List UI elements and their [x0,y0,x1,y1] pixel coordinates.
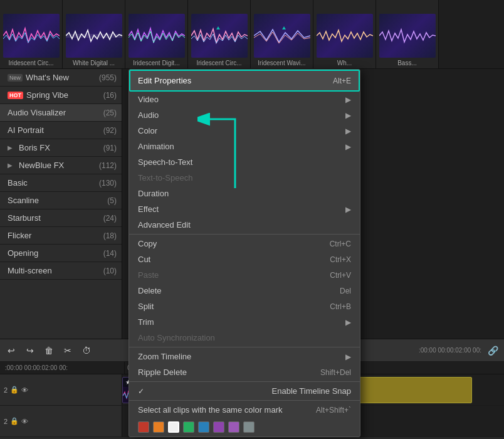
sidebar-item-count: (955) [99,73,117,82]
ctx-select-color-mark-item[interactable]: Select all clips with the same color mar… [129,402,360,418]
color-picker-row [129,418,360,436]
thumbnail-item[interactable]: Iridescent Circ... [0,0,63,69]
color-dot-red[interactable] [138,421,149,433]
ctx-item-label: Delete [138,286,162,295]
expand-arrow-icon: ▶ [8,144,16,151]
ctx-item-label: Speech-to-Text [138,157,192,167]
thumbnail-label: Iridescent Wavi... [254,60,310,66]
svg-marker-2 [282,26,286,29]
thumbnail-label: Iridescent Circ... [191,60,248,66]
sidebar-item-count: (112) [99,161,117,170]
sidebar-item-label: Scanline [8,196,107,205]
submenu-arrow-icon: ▶ [345,127,351,135]
ctx-item-label: Color [138,126,157,135]
sidebar-item-spring-vibe[interactable]: HOT Spring Vibe (16) [0,87,122,104]
sidebar-item-count: (5) [107,196,117,205]
submenu-arrow-icon: ▶ [345,111,351,120]
sidebar-item-ai-portrait[interactable]: AI Portrait (92) [0,122,122,139]
thumbnail-item[interactable]: Iridescent Wavi... [251,0,313,69]
thumbnail-item[interactable]: Bass... [376,0,439,69]
thumb-visual [66,14,122,58]
ctx-timeline-snap-item[interactable]: ✓ Enable Timeline Snap [129,383,360,399]
delete-button[interactable]: 🗑 [41,343,56,358]
thumbnail-item[interactable]: White Digital ... [63,0,125,69]
ctx-item-label: Copy [138,239,157,248]
ruler-timecode: :00:00 00:00:02:00 00: [5,364,68,371]
context-menu-separator [129,347,360,347]
sidebar-item-label: AI Portrait [8,125,103,135]
lock-icon[interactable]: 🔒 [10,386,19,394]
teal-arrow [197,82,273,194]
thumbnail-item[interactable]: Iridescent Digit... [125,0,188,69]
redo-button[interactable]: ↪ [23,343,38,358]
ctx-split-item[interactable]: Split Ctrl+B [129,299,360,314]
thumb-visual [129,14,185,58]
submenu-arrow-icon: ▶ [345,205,351,214]
thumbnail-item[interactable]: Iridescent Circ... [188,0,251,69]
thumbnail-label: Iridescent Digit... [129,60,185,66]
ctx-effect-item[interactable]: Effect ▶ [129,201,360,217]
sidebar-item-whats-new[interactable]: New What's New (955) [0,69,122,87]
ctx-ripple-delete-item[interactable]: Ripple Delete Shift+Del [129,364,360,380]
ctx-item-shortcut: Alt+Shift+` [316,406,351,415]
checkmark-icon: ✓ [138,387,144,396]
expand-arrow-icon: ▶ [8,162,16,169]
sidebar-item-multiscreen[interactable]: Multi-screen (10) [0,262,122,280]
ctx-cut-item[interactable]: Cut Ctrl+X [129,251,360,267]
sidebar-item-opening[interactable]: Opening (14) [0,245,122,262]
sidebar-item-label: Spring Vibe [26,90,103,100]
undo-button[interactable]: ↩ [4,343,19,358]
submenu-arrow-icon: ▶ [345,95,351,104]
sidebar-item-starburst[interactable]: Starburst (24) [0,209,122,227]
sidebar-item-flicker[interactable]: Flicker (18) [0,227,122,245]
thumb-visual [317,14,373,58]
ctx-item-label: Audio [138,110,159,120]
ctx-item-label: Video [138,95,159,104]
sidebar-item-count: (10) [103,267,117,275]
color-dot-gray[interactable] [243,421,255,433]
sidebar-item-newblue-fx[interactable]: ▶ NewBlue FX (112) [0,157,122,174]
edit-properties-shortcut: Alt+E [333,77,351,85]
ctx-zoom-timeline-item[interactable]: Zoom Timeline ▶ [129,349,360,364]
color-dot-green[interactable] [183,421,194,433]
cut-button[interactable]: ✂ [60,343,75,358]
sidebar-item-count: (25) [103,108,117,117]
ctx-trim-item[interactable]: Trim ▶ [129,314,360,330]
color-dot-orange[interactable] [153,421,164,433]
ctx-advanced-edit-item[interactable]: Advanced Edit [129,217,360,233]
eye-icon[interactable]: 👁 [21,418,28,425]
sidebar-item-label: Starburst [8,213,103,223]
color-dot-white[interactable] [168,421,179,433]
track-number: 2 [4,418,8,425]
sidebar-item-label: Flicker [8,231,103,240]
color-dot-purple2[interactable] [228,421,239,433]
eye-icon[interactable]: 👁 [21,386,28,394]
thumb-visual [254,14,310,58]
thumbnail-label: Wh... [317,60,373,66]
sidebar-item-count: (91) [103,144,117,152]
ctx-auto-sync-item: Auto Synchronization [129,330,360,346]
submenu-arrow-icon: ▶ [345,352,351,361]
color-dot-blue[interactable] [198,421,209,433]
thumb-visual [191,14,248,58]
sidebar-item-boris-fx[interactable]: ▶ Boris FX (91) [0,139,122,157]
ctx-item-shortcut: Del [340,287,351,295]
ruler-left: :00:00 00:00:02:00 00: [3,362,125,374]
link-button[interactable]: 🔗 [485,343,500,358]
timer-button[interactable]: ⏱ [79,343,94,358]
track-icons: 🔒 👁 [10,386,28,394]
sidebar-item-count: (92) [103,126,117,135]
ctx-item-shortcut: Ctrl+V [330,271,351,280]
color-dot-purple1[interactable] [213,421,224,433]
sidebar-item-scanline[interactable]: Scanline (5) [0,192,122,209]
sidebar-item-audio-visualizer[interactable]: Audio Visualizer (25) [0,104,122,122]
ctx-delete-item[interactable]: Delete Del [129,283,360,299]
sidebar-item-label: Multi-screen [8,266,103,275]
ctx-copy-item[interactable]: Copy Ctrl+C [129,236,360,251]
lock-icon[interactable]: 🔒 [10,417,19,425]
svg-marker-1 [216,26,220,29]
thumbnail-item[interactable]: Wh... [313,0,376,69]
thumbnail-label: White Digital ... [66,60,122,66]
edit-properties-label: Edit Properties [138,76,191,85]
sidebar-item-basic[interactable]: Basic (130) [0,174,122,192]
